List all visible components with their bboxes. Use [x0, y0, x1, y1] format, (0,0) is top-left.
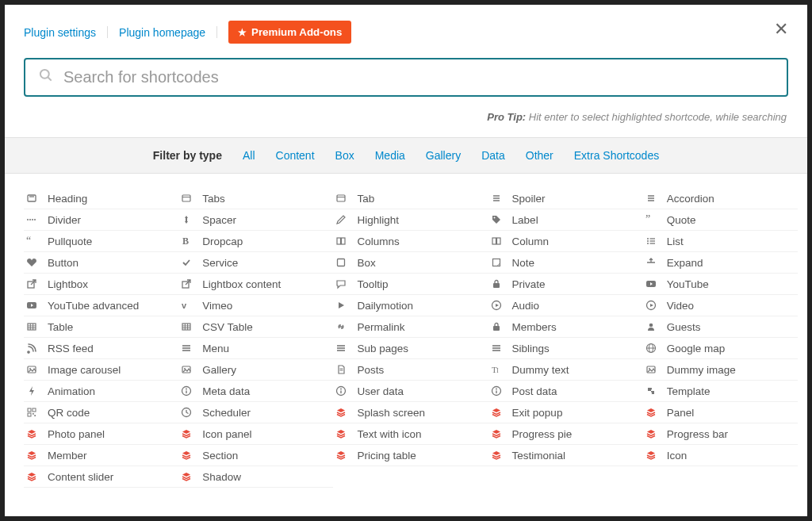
- shortcode-label: YouTube advanced: [48, 300, 139, 312]
- filter-box[interactable]: Box: [335, 149, 354, 162]
- shortcode-qr-code[interactable]: QR code: [24, 402, 178, 423]
- shortcode-csv-table[interactable]: CSV Table: [178, 316, 333, 338]
- shortcode-columns[interactable]: Columns: [333, 231, 488, 252]
- filter-all[interactable]: All: [243, 149, 255, 162]
- plugin-settings-link[interactable]: Plugin settings: [24, 26, 96, 39]
- shortcode-splash-screen[interactable]: Splash screen: [333, 402, 488, 423]
- shortcode-youtube-advanced[interactable]: YouTube advanced: [24, 295, 178, 316]
- shortcode-table[interactable]: Table: [24, 316, 178, 338]
- shortcode-label: Siblings: [512, 343, 550, 354]
- filter-data[interactable]: Data: [481, 149, 505, 162]
- shortcode-expand[interactable]: Expand: [643, 252, 798, 274]
- shortcode-highlight[interactable]: Highlight: [333, 209, 488, 231]
- premium-addons-button[interactable]: ★ Premium Add-ons: [228, 21, 351, 44]
- youtube-icon: [25, 299, 38, 312]
- shortcode-label: Menu: [202, 343, 229, 354]
- shortcode-template[interactable]: Template: [643, 381, 798, 402]
- shortcode-spoiler[interactable]: Spoiler: [488, 188, 643, 209]
- shortcode-label: Column: [512, 236, 550, 247]
- close-button[interactable]: ✕: [774, 19, 788, 40]
- shortcode-tabs[interactable]: Tabs: [178, 188, 333, 209]
- stack-icon: [335, 449, 347, 462]
- shortcode-tab[interactable]: Tab: [333, 188, 488, 209]
- shortcode-label: Post data: [512, 385, 557, 397]
- table-icon: [180, 320, 193, 333]
- shortcode-posts[interactable]: Posts: [333, 359, 488, 381]
- shortcode-service[interactable]: Service: [178, 252, 333, 274]
- shortcode-gallery[interactable]: Gallery: [178, 359, 333, 381]
- shortcode-dummy-text[interactable]: Dummy text: [488, 359, 643, 381]
- shortcode-divider[interactable]: Divider: [24, 209, 178, 231]
- filter-content[interactable]: Content: [276, 149, 315, 162]
- shortcode-label: Dummy text: [512, 364, 569, 376]
- shortcode-text-with-icon[interactable]: Text with icon: [333, 423, 488, 445]
- shortcode-post-data[interactable]: Post data: [488, 381, 643, 402]
- note-icon: [490, 256, 503, 269]
- shortcode-scheduler[interactable]: Scheduler: [178, 402, 333, 423]
- shortcode-tooltip[interactable]: Tooltip: [333, 274, 488, 295]
- shortcode-spacer[interactable]: Spacer: [178, 209, 333, 231]
- doc-icon: [335, 363, 347, 376]
- shortcode-progress-pie[interactable]: Progress pie: [488, 423, 643, 445]
- shortcode-label: User data: [357, 385, 404, 397]
- shortcode-testimonial[interactable]: Testimonial: [488, 445, 643, 466]
- shortcode-menu[interactable]: Menu: [178, 338, 333, 359]
- shortcode-shadow[interactable]: Shadow: [178, 466, 333, 488]
- plugin-homepage-link[interactable]: Plugin homepage: [119, 26, 205, 39]
- shortcode-icon[interactable]: Icon: [643, 445, 798, 466]
- shortcode-lightbox-content[interactable]: Lightbox content: [178, 274, 333, 295]
- shortcode-accordion[interactable]: Accordion: [643, 188, 798, 209]
- top-bar: Plugin settings Plugin homepage ★ Premiu…: [5, 5, 807, 58]
- shortcode-section[interactable]: Section: [178, 445, 333, 466]
- shortcode-animation[interactable]: Animation: [24, 381, 178, 402]
- shortcode-audio[interactable]: Audio: [488, 295, 643, 316]
- filter-extra-shortcodes[interactable]: Extra Shortcodes: [574, 149, 659, 162]
- filter-other[interactable]: Other: [526, 149, 553, 162]
- shortcode-label: Pricing table: [357, 450, 416, 462]
- search-input[interactable]: [63, 68, 774, 86]
- shortcode-permalink[interactable]: Permalink: [333, 316, 488, 338]
- user-icon: [645, 320, 657, 333]
- shortcode-note[interactable]: Note: [488, 252, 643, 274]
- filter-media[interactable]: Media: [375, 149, 405, 162]
- shortcode-vimeo[interactable]: Vimeo: [178, 295, 333, 316]
- shortcode-dummy-image[interactable]: Dummy image: [643, 359, 798, 381]
- shortcode-column[interactable]: Column: [488, 231, 643, 252]
- shortcode-photo-panel[interactable]: Photo panel: [24, 423, 178, 445]
- shortcode-quote[interactable]: Quote: [643, 209, 798, 231]
- shortcode-google-map[interactable]: Google map: [643, 338, 798, 359]
- menu-icon: [335, 342, 347, 354]
- shortcode-heading[interactable]: Heading: [24, 188, 178, 209]
- shortcode-rss-feed[interactable]: RSS feed: [24, 338, 178, 359]
- shortcode-dropcap[interactable]: Dropcap: [178, 231, 333, 252]
- stack-icon: [490, 427, 503, 440]
- shortcode-youtube[interactable]: YouTube: [643, 274, 798, 295]
- shortcode-meta-data[interactable]: Meta data: [178, 381, 333, 402]
- shortcode-user-data[interactable]: User data: [333, 381, 488, 402]
- shortcode-members[interactable]: Members: [488, 316, 643, 338]
- stack-icon: [645, 449, 657, 462]
- shortcode-member[interactable]: Member: [24, 445, 178, 466]
- shortcode-list[interactable]: List: [643, 231, 798, 252]
- shortcode-guests[interactable]: Guests: [643, 316, 798, 338]
- search-wrap: [5, 58, 807, 105]
- shortcode-panel[interactable]: Panel: [643, 402, 798, 423]
- shortcode-siblings[interactable]: Siblings: [488, 338, 643, 359]
- filter-gallery[interactable]: Gallery: [426, 149, 461, 162]
- shortcode-private[interactable]: Private: [488, 274, 643, 295]
- shortcode-dailymotion[interactable]: Dailymotion: [333, 295, 488, 316]
- shortcode-pricing-table[interactable]: Pricing table: [333, 445, 488, 466]
- shortcode-icon-panel[interactable]: Icon panel: [178, 423, 333, 445]
- shortcode-progress-bar[interactable]: Progress bar: [643, 423, 798, 445]
- shortcode-label: Sub pages: [357, 343, 408, 354]
- shortcode-exit-popup[interactable]: Exit popup: [488, 402, 643, 423]
- shortcode-lightbox[interactable]: Lightbox: [24, 274, 178, 295]
- shortcode-video[interactable]: Video: [643, 295, 798, 316]
- shortcode-label[interactable]: Label: [488, 209, 643, 231]
- shortcode-box[interactable]: Box: [333, 252, 488, 274]
- shortcode-pullquote[interactable]: Pullquote: [24, 231, 178, 252]
- shortcode-sub-pages[interactable]: Sub pages: [333, 338, 488, 359]
- shortcode-image-carousel[interactable]: Image carousel: [24, 359, 178, 381]
- shortcode-content-slider[interactable]: Content slider: [24, 466, 178, 488]
- shortcode-button[interactable]: Button: [24, 252, 178, 274]
